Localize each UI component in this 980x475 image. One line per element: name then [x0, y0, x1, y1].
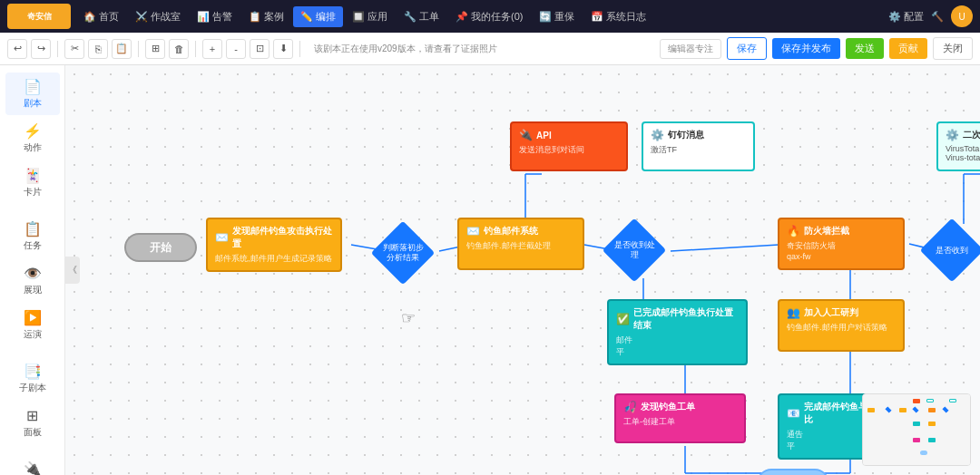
toolbar-cut[interactable]: ✂ [64, 39, 84, 59]
action-icon: ⚡ [24, 122, 42, 140]
sidebar-item-api[interactable]: 🔌 API [5, 455, 60, 475]
sidebar-item-panel[interactable]: ⊞ 面板 [5, 402, 60, 444]
toolbar-delete[interactable]: 🗑 [169, 39, 189, 59]
sidebar-item-task[interactable]: 📋 任务 [5, 215, 60, 257]
config-nav-item[interactable]: ⚙️ 配置 [888, 10, 924, 24]
nav-case[interactable]: 📋案例 [241, 6, 291, 27]
toolbar-sep-2 [138, 41, 139, 57]
toolbar-sep-1 [57, 41, 58, 57]
sidebar-item-perform[interactable]: ▶️ 运演 [5, 304, 60, 346]
sidebar-item-show[interactable]: 👁️ 展现 [5, 259, 60, 302]
nav-edit[interactable]: ✏️编排 [293, 6, 343, 27]
node-firewall[interactable]: 🔥 防火墙拦截 奇安信防火墙qax-fw [778, 218, 905, 270]
nav-ticket[interactable]: 🔧工单 [397, 6, 446, 27]
node-virustotal[interactable]: ⚙️ 二次验证结果 VirusTotaVirus-total [936, 121, 980, 171]
sidebar-item-script[interactable]: 📄 剧本 [5, 73, 60, 115]
node-work-done[interactable]: ✅ 已完成邮件钓鱼执行处置结束 邮件平 [607, 299, 748, 365]
nav-home[interactable]: 🏠首页 [76, 6, 126, 27]
app-logo: 奇安信 [7, 4, 71, 29]
sidebar-item-subscript[interactable]: 📑 子剧本 [5, 357, 60, 400]
nav-syslog[interactable]: 📅系统日志 [583, 6, 653, 27]
node-phishing-email[interactable]: ✉️ 钓鱼邮件系统 钓鱼邮件.邮件拦截处理 [457, 218, 584, 270]
toolbar-version-info: 该剧本正在使用v209版本，请查看了证据照片 [314, 43, 497, 55]
tools-nav-item[interactable]: 🔨 [931, 11, 944, 23]
editor-toolbar: ↩ ↪ ✂ ⎘ 📋 ⊞ 🗑 + - ⊡ ⬇ 该剧本正在使用v209版本，请查看了… [0, 33, 980, 65]
toolbar-right-buttons: 编辑器专注 保存 保存并发布 发送 贡献 关闭 [660, 37, 973, 60]
node-dingding[interactable]: ⚙️ 钉钉消息 激活TF [642, 121, 755, 171]
test-button[interactable]: 贡献 [889, 38, 927, 59]
sidebar-item-action[interactable]: ⚡ 动作 [5, 117, 60, 160]
save-all-button[interactable]: 保存并发布 [772, 38, 840, 59]
save-button[interactable]: 保存 [727, 37, 767, 60]
left-sidebar: 📄 剧本 ⚡ 动作 🃏 卡片 📋 任务 👁️ 展现 ▶️ 运演 📑 子剧本 [0, 65, 65, 475]
end-node[interactable]: 结束 [757, 469, 829, 475]
main-layout: 📄 剧本 ⚡ 动作 🃏 卡片 📋 任务 👁️ 展现 ▶️ 运演 📑 子剧本 [0, 65, 980, 475]
toolbar-redo[interactable]: ↪ [31, 39, 51, 59]
node-add-human[interactable]: 👥 加入人工研判 钓鱼邮件.邮件用户对话策略 [778, 299, 905, 352]
diamond-3[interactable]: 是否收到 [923, 221, 980, 279]
nav-restore[interactable]: 🔄重保 [532, 6, 582, 27]
toolbar-undo[interactable]: ↩ [7, 39, 27, 59]
node-phishing-action[interactable]: ✉️ 发现邮件钓鱼攻击执行处置 邮件系统,邮件用户生成记录策略 [206, 218, 342, 272]
start-node[interactable]: 开始 [124, 233, 197, 262]
user-avatar[interactable]: U [951, 5, 973, 27]
toolbar-paste[interactable]: 📋 [112, 39, 132, 59]
toolbar-select-all[interactable]: ⊞ [145, 39, 165, 59]
toolbar-download[interactable]: ⬇ [273, 39, 293, 59]
script-icon: 📄 [24, 78, 42, 95]
close-button[interactable]: 关闭 [933, 37, 973, 60]
minimap-content [863, 394, 970, 465]
nav-right-section: ⚙️ 配置 🔨 U [888, 5, 973, 27]
show-icon: 👁️ [24, 265, 42, 282]
toolbar-copy[interactable]: ⎘ [88, 39, 108, 59]
diamond-1[interactable]: 判断落初步分析结果 [374, 224, 432, 282]
toolbar-sep-3 [195, 41, 196, 57]
api-icon: 🔌 [24, 460, 42, 475]
task-icon: 📋 [24, 220, 42, 238]
node-create-ticket[interactable]: 🎣 发现钓鱼工单 工单-创建工单 [614, 393, 746, 443]
panel-icon: ⊞ [26, 407, 38, 424]
diamond-2[interactable]: 是否收到处理 [605, 221, 663, 279]
nav-alert[interactable]: 📊告警 [190, 6, 240, 27]
nav-workbench[interactable]: ⚔️作战室 [128, 6, 188, 27]
minimap [862, 393, 971, 466]
node-api[interactable]: 🔌 API 发送消息到对话间 [510, 121, 628, 171]
nav-app[interactable]: 🔲应用 [345, 6, 395, 27]
toolbar-sep-4 [299, 41, 300, 57]
nav-tasks[interactable]: 📌我的任务(0) [448, 6, 530, 27]
toolbar-zoom-out[interactable]: - [226, 39, 246, 59]
editor-focus-btn[interactable]: 编辑器专注 [660, 39, 721, 59]
sidebar-collapse-btn[interactable]: 《 [65, 257, 80, 284]
sidebar-item-card[interactable]: 🃏 卡片 [5, 161, 60, 204]
subscript-icon: 📑 [24, 363, 42, 380]
flow-canvas[interactable]: 《 [65, 65, 980, 475]
card-icon: 🃏 [24, 167, 42, 184]
perform-icon: ▶️ [24, 309, 42, 326]
toolbar-fit[interactable]: ⊡ [250, 39, 270, 59]
release-button[interactable]: 发送 [846, 38, 884, 59]
top-navigation: 奇安信 🏠首页 ⚔️作战室 📊告警 📋案例 ✏️编排 🔲应用 🔧工单 📌我的任务… [0, 0, 980, 33]
toolbar-zoom-in[interactable]: + [202, 39, 222, 59]
